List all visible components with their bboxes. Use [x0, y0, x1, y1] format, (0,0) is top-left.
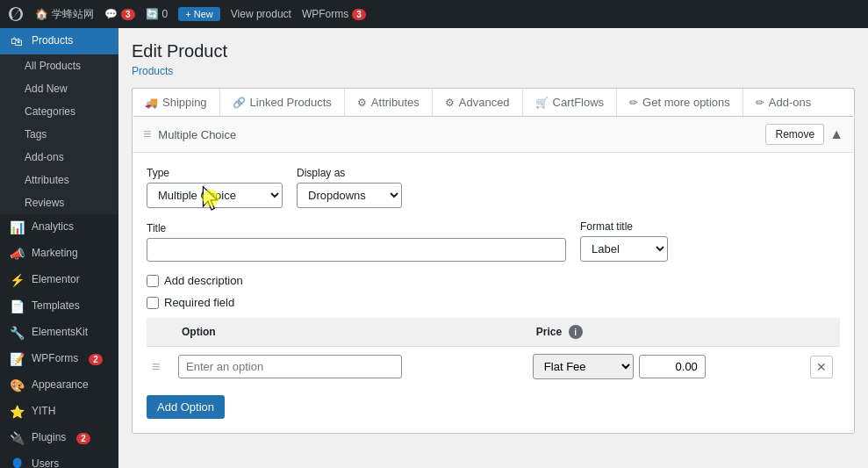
tab-linked-products[interactable]: 🔗 Linked Products — [220, 89, 345, 116]
sidebar-item-plugins[interactable]: 🔌 Plugins 2 — [0, 425, 118, 451]
price-value-input[interactable] — [639, 355, 706, 378]
handle-col-header — [147, 318, 173, 347]
options-table-header-row: Option Price i — [147, 318, 840, 347]
breadcrumb-link[interactable]: Products — [132, 65, 173, 77]
wp-logo[interactable] — [7, 5, 25, 23]
add-description-checkbox[interactable] — [147, 275, 159, 287]
option-text-input[interactable] — [178, 355, 402, 378]
admin-bar-view-product[interactable]: View product — [231, 8, 291, 20]
price-info-icon[interactable]: i — [569, 325, 583, 339]
tags-label: Tags — [25, 128, 47, 140]
display-as-select[interactable]: Dropdowns Radio Buttons Images — [297, 183, 402, 208]
options-table: Option Price i ≡ — [147, 318, 840, 386]
add-description-row: Add description — [147, 274, 840, 287]
sidebar-item-add-new[interactable]: Add New — [0, 77, 118, 100]
elementskit-icon: 🔧 — [9, 326, 25, 340]
delete-row-button[interactable]: ✕ — [810, 356, 833, 378]
type-group: Type Multiple Choice Single Choice Text … — [147, 167, 283, 208]
row-option-cell — [173, 347, 527, 387]
attributes-icon: ⚙ — [357, 97, 367, 109]
add-description-label: Add description — [164, 274, 243, 287]
options-table-head: Option Price i — [147, 318, 840, 347]
addons-icon: ✏ — [756, 97, 764, 109]
products-icon: 🛍 — [9, 34, 25, 48]
users-icon: 👤 — [9, 457, 25, 468]
panel-header-right: Remove ▲ — [765, 124, 843, 145]
analytics-icon: 📊 — [9, 220, 25, 234]
site-name: 学蜂站网 — [52, 7, 94, 22]
sidebar-item-marketing[interactable]: 📣 Marketing — [0, 241, 118, 267]
product-tabs: 🚚 Shipping 🔗 Linked Products ⚙ Attribute… — [132, 88, 855, 116]
shipping-label: Shipping — [162, 96, 207, 109]
sidebar-item-analytics[interactable]: 📊 Analytics — [0, 214, 118, 241]
sidebar-item-elementor[interactable]: ⚡ Elementor — [0, 267, 118, 293]
remove-button[interactable]: Remove — [765, 124, 824, 145]
type-select[interactable]: Multiple Choice Single Choice Text Dropd… — [147, 183, 283, 208]
sidebar-item-templates[interactable]: 📄 Templates — [0, 293, 118, 320]
comments-badge: 3 — [121, 9, 135, 20]
marketing-icon: 📣 — [9, 247, 25, 261]
panel-title: Multiple Choice — [158, 128, 236, 141]
tab-get-more-options[interactable]: ✏ Get more options — [617, 89, 743, 116]
admin-bar-wpforms[interactable]: WPForms 3 — [302, 8, 366, 20]
collapse-button[interactable]: ▲ — [829, 126, 843, 142]
sidebar-item-wpforms[interactable]: 📝 WPForms 2 — [0, 346, 118, 372]
wpforms-label: WPForms — [302, 8, 348, 20]
sidebar-item-categories[interactable]: Categories — [0, 100, 118, 123]
admin-bar-new[interactable]: + New — [178, 7, 220, 21]
title-input[interactable] — [147, 238, 566, 262]
wpforms-menu-label: WPForms — [32, 352, 78, 366]
tab-cartflows[interactable]: 🛒 CartFlows — [523, 89, 618, 116]
users-label: Users — [32, 457, 59, 468]
admin-bar-site[interactable]: 🏠 学蜂站网 — [35, 7, 94, 22]
tab-advanced[interactable]: ⚙ Advanced — [433, 89, 523, 116]
breadcrumb: Products — [132, 65, 855, 77]
format-title-label: Format title — [580, 220, 668, 233]
format-title-select[interactable]: Label None — [580, 236, 668, 262]
sidebar-item-elementskit[interactable]: 🔧 ElementsKit — [0, 320, 118, 346]
elementor-label: Elementor — [32, 273, 80, 287]
sidebar-item-reviews[interactable]: Reviews — [0, 191, 118, 214]
type-select-wrapper: Multiple Choice Single Choice Text Dropd… — [147, 183, 283, 208]
add-new-label: Add New — [25, 83, 68, 95]
categories-label: Categories — [25, 105, 75, 118]
row-handle-cell: ≡ — [147, 347, 173, 387]
reviews-label: Reviews — [25, 197, 64, 209]
advanced-icon: ⚙ — [445, 97, 455, 109]
tab-add-ons[interactable]: ✏ Add-ons — [743, 89, 823, 116]
admin-bar-updates[interactable]: 🔄 0 — [146, 8, 169, 20]
row-drag-handle[interactable]: ≡ — [152, 359, 160, 374]
action-col-header — [805, 318, 840, 347]
sidebar-item-all-products[interactable]: All Products — [0, 54, 118, 77]
add-ons-tab-label: Add-ons — [769, 96, 811, 109]
tab-shipping[interactable]: 🚚 Shipping — [133, 89, 220, 116]
tab-attributes[interactable]: ⚙ Attributes — [345, 89, 433, 116]
price-type-select[interactable]: Flat Fee Percentage — [533, 354, 634, 379]
new-label: + New — [178, 7, 220, 21]
add-option-button[interactable]: Add Option — [147, 395, 225, 419]
appearance-icon: 🎨 — [9, 378, 25, 392]
sidebar-item-tags[interactable]: Tags — [0, 123, 118, 146]
options-table-body: ≡ Flat Fee Percentage — [147, 347, 840, 387]
admin-bar: 🏠 学蜂站网 💬 3 🔄 0 + New View product WPForm… — [0, 0, 868, 28]
sidebar-item-yith[interactable]: ⭐ YITH — [0, 399, 118, 425]
sidebar: 🛍 Products All Products Add New Categori… — [0, 28, 118, 468]
type-display-row: Type Multiple Choice Single Choice Text … — [147, 167, 840, 208]
plugins-badge: 2 — [76, 433, 90, 444]
attribute-panel: ≡ Multiple Choice Remove ▲ Type Mult — [132, 116, 855, 434]
cartflows-icon: 🛒 — [535, 97, 549, 109]
admin-bar-comments[interactable]: 💬 3 — [104, 8, 135, 20]
site-icon: 🏠 — [35, 8, 48, 20]
table-row: ≡ Flat Fee Percentage — [147, 347, 840, 387]
attributes-sub-label: Attributes — [25, 174, 69, 186]
required-field-checkbox[interactable] — [147, 297, 159, 309]
sidebar-item-appearance[interactable]: 🎨 Appearance — [0, 372, 118, 399]
appearance-label: Appearance — [32, 378, 89, 392]
products-submenu: All Products Add New Categories Tags Add… — [0, 54, 118, 214]
sidebar-item-attributes[interactable]: Attributes — [0, 169, 118, 191]
sidebar-item-add-ons[interactable]: Add-ons — [0, 146, 118, 169]
yith-label: YITH — [32, 405, 55, 419]
marketing-label: Marketing — [32, 247, 78, 261]
sidebar-item-users[interactable]: 👤 Users — [0, 451, 118, 468]
sidebar-item-products[interactable]: 🛍 Products — [0, 28, 118, 54]
